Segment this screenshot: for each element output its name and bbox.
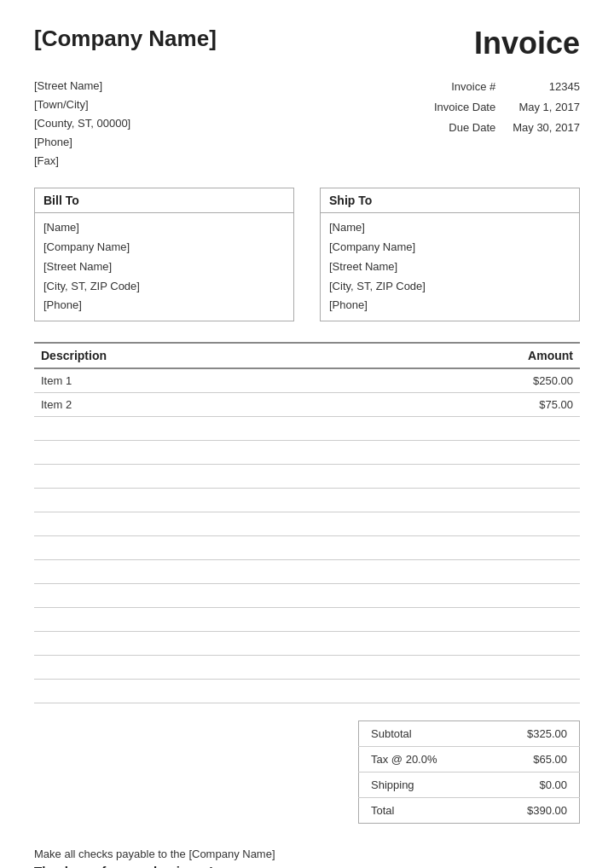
item-amount: $250.00 bbox=[348, 368, 580, 393]
invoice-meta: Invoice # 12345 Invoice Date May 1, 2017… bbox=[417, 77, 580, 171]
ship-to-phone: [Phone] bbox=[329, 296, 571, 315]
subtotal-value: $325.00 bbox=[488, 721, 580, 747]
company-phone: [Phone] bbox=[34, 133, 130, 152]
tax-label: Tax @ 20.0% bbox=[359, 747, 488, 773]
total-value: $390.00 bbox=[488, 798, 580, 824]
bill-to-box: Bill To [Name] [Company Name] [Street Na… bbox=[34, 188, 294, 321]
tax-value: $65.00 bbox=[488, 747, 580, 773]
invoice-number-value: 12345 bbox=[495, 77, 580, 97]
invoice-header: [Company Name] Invoice bbox=[34, 26, 580, 61]
bill-to-name: [Name] bbox=[43, 218, 285, 238]
bill-to-city: [City, ST, ZIP Code] bbox=[43, 277, 285, 297]
company-address: [Street Name] [Town/City] [County, ST, 0… bbox=[34, 77, 130, 171]
table-row-empty bbox=[34, 465, 580, 489]
company-street: [Street Name] bbox=[34, 77, 130, 95]
table-row-empty bbox=[34, 417, 580, 441]
shipping-label: Shipping bbox=[359, 773, 488, 798]
invoice-due-label: Due Date bbox=[417, 118, 495, 138]
table-row-empty bbox=[34, 584, 580, 608]
totals-table: Subtotal $325.00 Tax @ 20.0% $65.00 Ship… bbox=[358, 720, 580, 824]
checks-note: Make all checks payable to the [Company … bbox=[34, 848, 580, 860]
table-row-empty bbox=[34, 489, 580, 512]
company-county: [County, ST, 00000] bbox=[34, 114, 130, 133]
table-row-empty bbox=[34, 560, 580, 584]
table-row-empty bbox=[34, 656, 580, 680]
table-row-empty bbox=[34, 680, 580, 703]
col-amount: Amount bbox=[348, 343, 580, 368]
ship-to-company: [Company Name] bbox=[329, 238, 571, 258]
item-description: Item 2 bbox=[34, 393, 348, 417]
total-label: Total bbox=[359, 798, 488, 824]
ship-to-header: Ship To bbox=[321, 188, 579, 213]
company-fax: [Fax] bbox=[34, 152, 130, 171]
bill-to-header: Bill To bbox=[35, 188, 293, 213]
table-row-empty bbox=[34, 512, 580, 536]
item-amount: $75.00 bbox=[348, 393, 580, 417]
invoice-footer: Make all checks payable to the [Company … bbox=[34, 848, 580, 868]
meta-row: [Street Name] [Town/City] [County, ST, 0… bbox=[34, 77, 580, 171]
bill-to-street: [Street Name] bbox=[43, 258, 285, 277]
items-table: Description Amount Item 1 $250.00 Item 2… bbox=[34, 342, 580, 703]
table-row-empty bbox=[34, 536, 580, 560]
table-row: Item 1 $250.00 bbox=[34, 368, 580, 393]
table-row-empty bbox=[34, 441, 580, 465]
ship-to-name: [Name] bbox=[329, 218, 571, 238]
bill-to-phone: [Phone] bbox=[43, 296, 285, 315]
table-row: Item 2 $75.00 bbox=[34, 393, 580, 417]
ship-to-city: [City, ST, ZIP Code] bbox=[329, 277, 571, 297]
shipping-value: $0.00 bbox=[488, 773, 580, 798]
table-row-empty bbox=[34, 608, 580, 632]
invoice-title: Invoice bbox=[474, 26, 580, 61]
ship-to-box: Ship To [Name] [Company Name] [Street Na… bbox=[320, 188, 580, 321]
thank-you: Thank you for your business! bbox=[34, 864, 580, 868]
company-name: [Company Name] bbox=[34, 26, 217, 52]
ship-to-street: [Street Name] bbox=[329, 258, 571, 277]
invoice-date-value: May 1, 2017 bbox=[495, 97, 580, 118]
col-description: Description bbox=[34, 343, 348, 368]
invoice-due-value: May 30, 2017 bbox=[495, 118, 580, 138]
company-town: [Town/City] bbox=[34, 95, 130, 114]
item-description: Item 1 bbox=[34, 368, 348, 393]
invoice-number-label: Invoice # bbox=[417, 77, 495, 97]
table-row-empty bbox=[34, 632, 580, 656]
bill-to-company: [Company Name] bbox=[43, 238, 285, 258]
invoice-date-label: Invoice Date bbox=[417, 97, 495, 118]
totals-section: Subtotal $325.00 Tax @ 20.0% $65.00 Ship… bbox=[34, 720, 580, 824]
bill-to-body: [Name] [Company Name] [Street Name] [Cit… bbox=[35, 213, 293, 321]
address-row: Bill To [Name] [Company Name] [Street Na… bbox=[34, 188, 580, 321]
subtotal-label: Subtotal bbox=[359, 721, 488, 747]
ship-to-body: [Name] [Company Name] [Street Name] [Cit… bbox=[321, 213, 579, 321]
